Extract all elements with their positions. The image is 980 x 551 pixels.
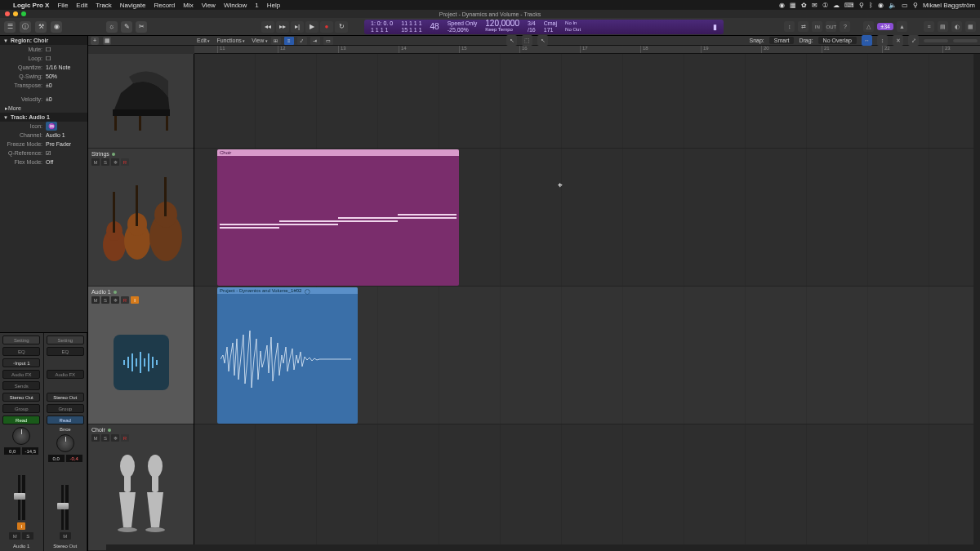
drag-value[interactable]: No Overlap bbox=[818, 37, 857, 44]
track-inspector-header[interactable]: ▼Track: Audio 1 bbox=[0, 113, 87, 122]
rec-enable-button[interactable]: R bbox=[121, 158, 129, 166]
volume-fader[interactable] bbox=[61, 485, 64, 530]
automation-mode[interactable]: Read bbox=[2, 415, 40, 424]
list-editors-button[interactable]: ≡ bbox=[924, 21, 934, 32]
vertical-auto-zoom-button[interactable]: ⤢ bbox=[908, 35, 919, 46]
edit-menu[interactable]: Edit bbox=[197, 38, 210, 43]
solo-button[interactable]: S bbox=[22, 532, 33, 540]
lcd-locator-r[interactable]: 15 1 1 1 bbox=[401, 27, 421, 33]
user-name[interactable]: Mikael Baggström bbox=[923, 2, 975, 9]
tuner-button[interactable]: ? bbox=[840, 21, 850, 32]
zoom-slider-v[interactable] bbox=[953, 39, 978, 42]
qswing-value[interactable]: 50% bbox=[46, 73, 57, 79]
freeze-button[interactable]: ❄ bbox=[111, 434, 119, 442]
velocity-value[interactable]: ±0 bbox=[46, 96, 52, 102]
loops-button[interactable]: ◐ bbox=[951, 21, 962, 32]
low-latency-button[interactable]: ⇄ bbox=[798, 21, 808, 32]
smart-controls-button[interactable]: ◉ bbox=[51, 21, 62, 33]
grid-icon[interactable]: ⊞ bbox=[271, 37, 281, 45]
play-button[interactable]: ▶ bbox=[305, 21, 318, 33]
solo-button[interactable]: S bbox=[101, 296, 109, 304]
menu-record[interactable]: Record bbox=[154, 2, 175, 9]
lcd-locator-l[interactable]: 11 1 1 1 bbox=[401, 20, 421, 26]
audiofx-slot[interactable]: Audio FX bbox=[2, 370, 40, 379]
zoom-h-button[interactable]: ↔ bbox=[862, 35, 872, 46]
track-header-piano[interactable] bbox=[88, 54, 194, 149]
count-in-badge[interactable]: ±34 bbox=[877, 23, 893, 30]
track-header-audio[interactable]: Audio 1 M S ❄ R I bbox=[88, 287, 194, 424]
inspector-button[interactable]: ⓘ bbox=[20, 21, 31, 33]
track-lane[interactable] bbox=[194, 424, 973, 551]
menu-help[interactable]: Help bbox=[267, 2, 280, 9]
solo-button[interactable]: S bbox=[101, 158, 109, 166]
zoom-icon[interactable] bbox=[21, 11, 26, 16]
lcd-swing-val[interactable]: -25,00% bbox=[448, 27, 478, 33]
mute-button[interactable]: M bbox=[9, 532, 20, 540]
bar-ruler[interactable]: 11 12 13 14 15 16 17 18 19 20 21 22 23 bbox=[194, 46, 980, 54]
flex-value[interactable]: Off bbox=[46, 159, 53, 165]
track-header-choir[interactable]: Choir M S ❄ R bbox=[88, 424, 194, 551]
menu-file[interactable]: File bbox=[57, 2, 68, 9]
loop-checkbox[interactable]: ☐ bbox=[46, 56, 51, 62]
menu-view[interactable]: View bbox=[202, 2, 216, 9]
notepad-button[interactable]: ▤ bbox=[938, 21, 948, 32]
add-track-button[interactable]: + bbox=[91, 37, 99, 45]
arrange-area[interactable]: Choir Project - Dynamics and Volume_ bbox=[194, 54, 973, 551]
view-menu[interactable]: View bbox=[252, 38, 267, 43]
replace-button[interactable]: ↕ bbox=[784, 21, 795, 32]
track-header-strings[interactable]: Strings M S ❄ R bbox=[88, 149, 194, 287]
rewind-button[interactable]: ◂◂ bbox=[261, 21, 274, 33]
forward-button[interactable]: ▸▸ bbox=[276, 21, 289, 33]
freeze-button[interactable]: ❄ bbox=[111, 158, 119, 166]
output-slot[interactable]: Stereo Out bbox=[47, 393, 84, 402]
app-name[interactable]: Logic Pro X bbox=[13, 2, 49, 9]
master-volume-icon[interactable]: ▲ bbox=[897, 21, 907, 32]
input-monitor-button[interactable]: I bbox=[131, 296, 139, 304]
menu-mix[interactable]: Mix bbox=[183, 2, 193, 9]
lcd-meter[interactable]: 3/4 bbox=[528, 20, 536, 26]
output-slot[interactable]: Stereo Out bbox=[2, 393, 40, 402]
mute-checkbox[interactable]: ☐ bbox=[46, 47, 51, 53]
pan-knob[interactable] bbox=[56, 434, 74, 452]
lcd-position[interactable]: 1: 0: 0. 0 bbox=[371, 20, 393, 26]
toolbar-button[interactable]: ⚒ bbox=[35, 21, 47, 33]
eq-slot[interactable]: EQ bbox=[47, 347, 84, 356]
mute-button[interactable]: M bbox=[91, 296, 100, 304]
zoom-v-button[interactable]: ↕ bbox=[877, 35, 888, 46]
audio-region[interactable]: Project - Dynamics and Volume_1#02 ◯ bbox=[217, 287, 358, 424]
mute-button[interactable]: M bbox=[91, 158, 100, 166]
group-slot[interactable]: Group bbox=[2, 404, 40, 413]
record-button[interactable]: ● bbox=[320, 21, 333, 33]
input-monitor-button[interactable]: I bbox=[17, 522, 25, 530]
left-tool[interactable]: ↖ bbox=[537, 35, 548, 46]
audiofx-slot[interactable]: Audio FX bbox=[47, 370, 84, 379]
sends-slot[interactable]: Sends bbox=[2, 381, 40, 390]
marquee-tool[interactable]: ⬚ bbox=[522, 35, 532, 46]
library-button[interactable]: ☰ bbox=[4, 21, 16, 33]
lcd-beats[interactable]: 1 1 1 1 bbox=[371, 27, 393, 33]
automation-button[interactable]: ≡ bbox=[284, 37, 294, 45]
lcd-key[interactable]: Cmaj bbox=[544, 20, 557, 26]
duplicate-track-button[interactable]: ▦ bbox=[103, 37, 111, 45]
track-lane[interactable] bbox=[194, 54, 973, 149]
region-inspector-header[interactable]: ▼Region: Choir bbox=[0, 36, 87, 45]
setting-slot[interactable]: Setting bbox=[47, 335, 84, 344]
lcd-tempo-mode[interactable]: Keep Tempo bbox=[485, 27, 519, 33]
out-button[interactable]: OUT bbox=[826, 21, 836, 32]
channel-value[interactable]: Audio 1 bbox=[46, 132, 65, 138]
input-slot[interactable]: ◦ Input 1 bbox=[2, 358, 40, 367]
menu-track[interactable]: Track bbox=[96, 2, 112, 9]
cycle-button[interactable]: ↻ bbox=[335, 21, 348, 33]
qref-checkbox[interactable]: ☑ bbox=[46, 150, 51, 157]
quantize-value[interactable]: 1/16 Note bbox=[46, 64, 70, 70]
vertical-scrollbar[interactable] bbox=[973, 54, 980, 551]
freeze-value[interactable]: Pre Fader bbox=[46, 141, 71, 147]
link-button[interactable]: ▭ bbox=[323, 37, 333, 45]
editor-button[interactable]: ✎ bbox=[121, 21, 132, 33]
rec-enable-button[interactable]: R bbox=[121, 434, 129, 442]
volume-fader[interactable] bbox=[18, 475, 20, 520]
catch-button[interactable]: ⇥ bbox=[310, 37, 320, 45]
mute-button[interactable]: M bbox=[91, 434, 100, 442]
track-icon-button[interactable]: ♒ bbox=[46, 122, 57, 131]
freeze-button[interactable]: ❄ bbox=[111, 296, 119, 304]
